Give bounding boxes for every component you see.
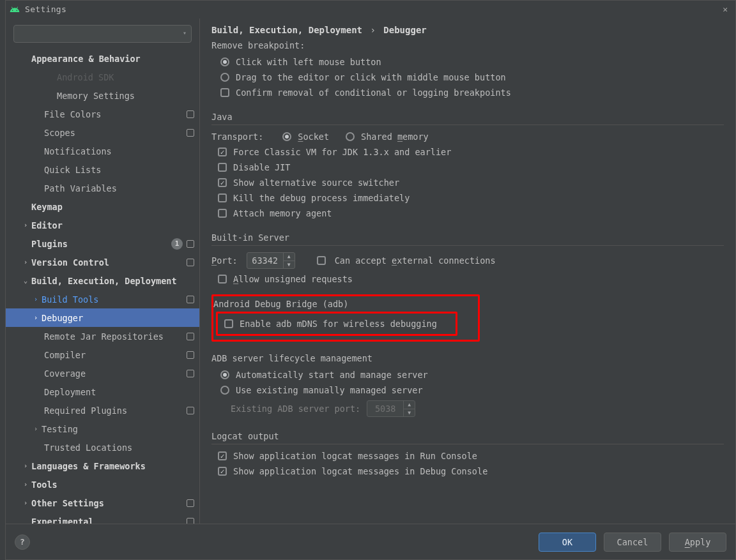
project-scope-icon — [187, 259, 194, 266]
sidebar-item-vcs[interactable]: ›Version Control — [6, 253, 199, 271]
radio-drag-middle[interactable] — [220, 73, 229, 82]
sidebar-item-editor[interactable]: ›Editor — [6, 216, 199, 234]
settings-dialog: Settings ✕ Q ▾ Appearance & Behavior And… — [5, 0, 736, 560]
dialog-footer: ? OK Cancel Apply — [6, 524, 735, 559]
plugins-count-badge: 1 — [171, 238, 183, 250]
radio-left-click[interactable] — [220, 57, 229, 66]
project-scope-icon — [187, 110, 194, 118]
chk-attach-mem[interactable] — [218, 209, 227, 218]
chk-alt-source[interactable] — [218, 178, 227, 187]
sidebar-item-deployment[interactable]: Deployment — [6, 382, 199, 401]
label-shared-memory: Shared memory — [361, 132, 429, 142]
sidebar-item-experimental[interactable]: Experimental — [6, 512, 199, 524]
project-scope-icon — [187, 407, 194, 414]
settings-tree[interactable]: Appearance & Behavior Android SDK Memory… — [6, 47, 199, 524]
search-input[interactable] — [13, 25, 192, 43]
sidebar-item-languages[interactable]: ›Languages & Frameworks — [6, 457, 199, 475]
project-scope-icon — [187, 518, 194, 524]
breadcrumb-sep: › — [370, 25, 375, 35]
sidebar-item-build-tools[interactable]: ›Build Tools — [6, 290, 199, 308]
label-transport: Transport: — [211, 132, 263, 142]
settings-content[interactable]: Remove breakpoint: Click with left mouse… — [200, 38, 735, 524]
sidebar-item-testing[interactable]: ›Testing — [6, 420, 199, 438]
label-disable-jit: Disable JIT — [233, 162, 290, 172]
chk-confirm-removal[interactable] — [220, 88, 229, 97]
radio-adb-auto[interactable] — [220, 370, 229, 379]
sidebar-item-remote-jar[interactable]: Remote Jar Repositories — [6, 327, 199, 345]
sidebar-item-memory[interactable]: Memory Settings — [6, 86, 199, 105]
label-socket: Socket — [298, 132, 329, 142]
label-alt-source: Show alternative source switcher — [233, 178, 399, 188]
sidebar-item-appearance[interactable]: Appearance & Behavior — [6, 49, 199, 68]
help-button[interactable]: ? — [15, 534, 30, 550]
label-adb-auto: Automatically start and manage server — [236, 370, 428, 380]
spin-down-icon: ▼ — [404, 409, 415, 417]
label-adb-port: Existing ADB server port: — [231, 404, 360, 414]
radio-socket[interactable] — [282, 132, 291, 141]
label-unsigned: Allow unsigned requests — [233, 274, 353, 284]
chk-logcat-run[interactable] — [218, 451, 227, 460]
radio-shared-memory[interactable] — [346, 132, 355, 141]
sidebar-item-bed[interactable]: ⌄Build, Execution, Deployment — [6, 271, 199, 290]
apply-button[interactable]: Apply — [669, 533, 726, 552]
radio-adb-existing[interactable] — [220, 386, 229, 395]
adb-port-input: ▲▼ — [367, 400, 415, 417]
sidebar-item-required-plugins[interactable]: Required Plugins — [6, 401, 199, 420]
chk-unsigned[interactable] — [218, 275, 227, 284]
section-adb: Android Debug Bridge (adb) — [213, 299, 474, 309]
label-attach-mem: Attach memory agent — [233, 208, 332, 218]
sidebar-item-coverage[interactable]: Coverage — [6, 364, 199, 382]
sidebar-item-trusted[interactable]: Trusted Locations — [6, 438, 199, 457]
label-force-classic: Force Classic VM for JDK 1.3.x and earli… — [233, 147, 451, 157]
sidebar-item-plugins[interactable]: Plugins1 — [6, 234, 199, 253]
chevron-right-icon: › — [21, 221, 30, 229]
sidebar-item-file-colors[interactable]: File Colors — [6, 105, 199, 123]
breadcrumb-leaf: Debugger — [383, 25, 426, 35]
chk-external-conn[interactable] — [317, 256, 326, 265]
search-history-icon[interactable]: ▾ — [183, 29, 187, 36]
spin-down-icon[interactable]: ▼ — [284, 261, 295, 269]
sidebar-item-path-vars[interactable]: Path Variables — [6, 179, 199, 197]
titlebar: Settings ✕ — [6, 1, 735, 19]
chevron-right-icon: › — [21, 258, 30, 266]
section-adb-lifecycle: ADB server lifecycle management — [211, 353, 724, 363]
highlight-enable-mdns: Enable adb mDNS for wireless debugging — [216, 312, 457, 336]
sidebar-item-keymap[interactable]: Keymap — [6, 197, 199, 216]
sidebar-item-tools[interactable]: ›Tools — [6, 475, 199, 494]
cancel-button[interactable]: Cancel — [604, 533, 661, 552]
project-scope-icon — [187, 351, 194, 359]
section-java: Java — [211, 112, 724, 125]
chk-disable-jit[interactable] — [218, 163, 227, 172]
chk-kill-debug[interactable] — [218, 193, 227, 202]
chk-logcat-debug[interactable] — [218, 467, 227, 476]
sidebar-item-scopes[interactable]: Scopes — [6, 123, 199, 142]
dialog-title: Settings — [25, 4, 66, 14]
chk-enable-mdns[interactable] — [224, 319, 233, 328]
spin-up-icon: ▲ — [404, 401, 415, 409]
sidebar-item-quick-lists[interactable]: Quick Lists — [6, 160, 199, 179]
android-icon — [10, 4, 20, 15]
chevron-right-icon: › — [31, 295, 40, 303]
ok-button[interactable]: OK — [539, 533, 596, 552]
port-input[interactable]: ▲▼ — [247, 252, 295, 269]
chk-force-classic[interactable] — [218, 148, 227, 156]
highlight-adb: Android Debug Bridge (adb) Enable adb mD… — [211, 294, 480, 342]
close-icon[interactable]: ✕ — [719, 3, 732, 15]
sidebar-item-debugger[interactable]: ›Debugger — [6, 308, 199, 327]
spin-up-icon[interactable]: ▲ — [284, 253, 295, 261]
sidebar-item-notifications[interactable]: Notifications — [6, 142, 199, 160]
chevron-right-icon: › — [21, 499, 30, 507]
label-logcat-run: Show application logcat messages in Run … — [233, 451, 477, 461]
port-value[interactable] — [247, 255, 283, 266]
chevron-right-icon: › — [31, 314, 40, 322]
label-kill-debug: Kill the debug process immediately — [233, 193, 410, 203]
breadcrumb-root: Build, Execution, Deployment — [211, 25, 362, 35]
label-drag-middle: Drag to the editor or click with middle … — [236, 72, 506, 82]
adb-port-value — [367, 404, 403, 414]
sidebar-item-android-sdk[interactable]: Android SDK — [6, 68, 199, 86]
section-logcat: Logcat output — [211, 431, 724, 444]
sidebar-item-compiler[interactable]: Compiler — [6, 345, 199, 364]
sidebar-item-other[interactable]: ›Other Settings — [6, 494, 199, 512]
label-logcat-debug: Show application logcat messages in Debu… — [233, 466, 487, 476]
chevron-down-icon: ⌄ — [21, 276, 30, 285]
